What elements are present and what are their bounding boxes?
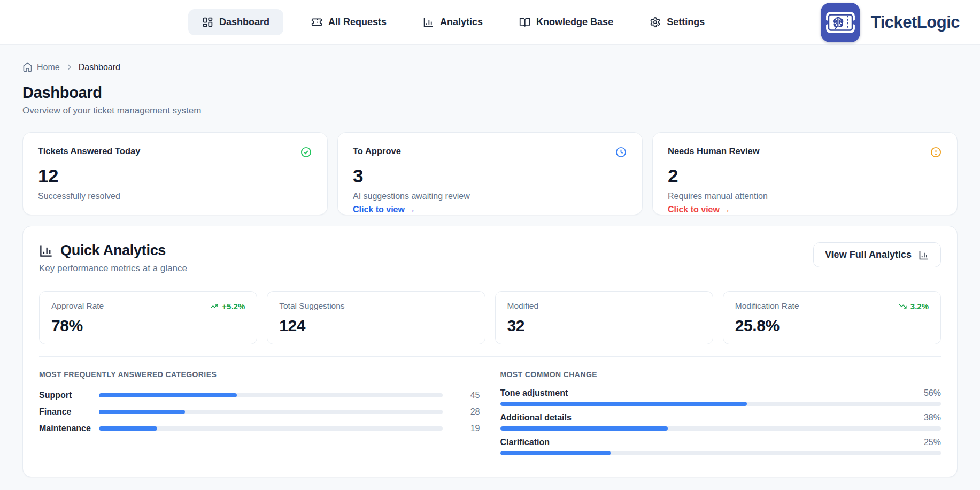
stat-card-view-link[interactable]: Click to view → (668, 205, 942, 215)
trending-down-icon (898, 302, 907, 311)
quick-analytics-panel: Quick Analytics Key performance metrics … (22, 226, 958, 477)
metric-trend-value: 3.2% (910, 302, 929, 311)
chevron-right-icon (65, 63, 73, 71)
category-value: 45 (459, 391, 480, 400)
metric-card-modified: Modified 32 (495, 291, 713, 344)
category-value: 28 (459, 407, 480, 417)
nav-tab-label: Knowledge Base (536, 17, 613, 28)
categories-chart: MOST FREQUENTLY ANSWERED CATEGORIES Supp… (39, 370, 480, 455)
trending-up-icon (210, 302, 219, 311)
metric-label: Total Suggestions (279, 301, 344, 311)
bar-chart-icon (919, 250, 929, 261)
breadcrumb-home-link[interactable]: Home (22, 62, 60, 72)
alert-circle-icon (930, 146, 942, 158)
page-title: Dashboard (22, 84, 958, 102)
bar-fill (99, 393, 237, 397)
top-header: Dashboard All Requests Analytics Knowled… (0, 0, 980, 45)
metric-value: 32 (507, 317, 701, 335)
change-bar-group: Additional details 38% (500, 413, 942, 431)
brand-tile (821, 3, 860, 42)
check-circle-icon (300, 146, 312, 158)
metric-value: 78% (51, 317, 245, 335)
metric-label: Modified (507, 301, 539, 311)
change-value: 25% (924, 438, 941, 447)
bar-chart-icon (423, 17, 434, 28)
ticket-brain-icon (825, 11, 855, 34)
stat-card-view-link[interactable]: Click to view → (353, 205, 627, 215)
brand-logo[interactable]: TicketLogic (821, 3, 960, 42)
change-value: 38% (924, 413, 941, 423)
panel-subtitle: Key performance metrics at a glance (39, 263, 187, 274)
nav-tab-label: Settings (667, 17, 705, 28)
main-nav: Dashboard All Requests Analytics Knowled… (188, 9, 713, 35)
category-label: Finance (39, 407, 99, 417)
view-full-analytics-button[interactable]: View Full Analytics (813, 242, 941, 267)
metric-value: 124 (279, 317, 473, 335)
stat-card-value: 12 (38, 165, 312, 187)
stat-card-needs-human-review[interactable]: Needs Human Review 2 Requires manual att… (652, 132, 958, 215)
stat-card-title: To Approve (353, 146, 401, 156)
stat-card-value: 3 (353, 165, 627, 187)
change-label: Clarification (500, 438, 550, 447)
bar-track (500, 426, 942, 431)
bar-track (99, 393, 443, 397)
page-subtitle: Overview of your ticket management syste… (22, 105, 958, 116)
category-bar-row: Finance 28 (39, 407, 480, 417)
layout-grid-icon (202, 17, 213, 28)
change-value: 56% (924, 388, 941, 398)
breadcrumb-home-label: Home (37, 63, 60, 72)
stat-card-title: Tickets Answered Today (38, 146, 140, 156)
bar-fill (500, 451, 611, 455)
ticket-icon (311, 17, 322, 28)
common-change-chart-title: MOST COMMON CHANGE (500, 370, 942, 379)
nav-tab-knowledge-base[interactable]: Knowledge Base (511, 9, 622, 35)
nav-tab-dashboard[interactable]: Dashboard (188, 9, 283, 35)
panel-divider (39, 356, 941, 357)
bar-fill (500, 426, 668, 431)
stat-card-subtext: AI suggestions awaiting review (353, 192, 627, 201)
category-label: Support (39, 391, 99, 400)
nav-tab-settings[interactable]: Settings (641, 9, 713, 35)
category-bar-row: Maintenance 19 (39, 424, 480, 433)
main-content: Home Dashboard Dashboard Overview of you… (0, 45, 980, 477)
bar-track (500, 402, 942, 406)
stat-cards-row: Tickets Answered Today 12 Successfully r… (22, 132, 958, 215)
metric-trend: +5.2% (210, 302, 245, 311)
nav-tab-label: Dashboard (219, 17, 269, 28)
stat-card-to-approve[interactable]: To Approve 3 AI suggestions awaiting rev… (337, 132, 643, 215)
stat-card-tickets-answered: Tickets Answered Today 12 Successfully r… (22, 132, 328, 215)
common-change-chart: MOST COMMON CHANGE Tone adjustment 56% (500, 370, 942, 455)
clock-icon (615, 146, 627, 158)
category-bar-row: Support 45 (39, 391, 480, 400)
metric-value: 25.8% (735, 317, 929, 335)
metrics-row: Approval Rate +5.2% 78% Total Suggestion… (39, 291, 941, 344)
metric-card-total-suggestions: Total Suggestions 124 (267, 291, 485, 344)
metric-trend: 3.2% (898, 302, 929, 311)
metric-card-approval-rate: Approval Rate +5.2% 78% (39, 291, 257, 344)
nav-tab-analytics[interactable]: Analytics (414, 9, 491, 35)
bar-track (500, 451, 942, 455)
stat-card-title: Needs Human Review (668, 146, 759, 156)
nav-tab-label: Analytics (440, 17, 483, 28)
book-open-icon (519, 17, 530, 28)
categories-chart-title: MOST FREQUENTLY ANSWERED CATEGORIES (39, 370, 480, 379)
change-label: Additional details (500, 413, 572, 423)
nav-tab-all-requests[interactable]: All Requests (303, 9, 395, 35)
metric-card-modification-rate: Modification Rate 3.2% 25.8% (723, 291, 941, 344)
view-full-analytics-label: View Full Analytics (825, 249, 912, 261)
metric-trend-value: +5.2% (222, 302, 245, 311)
home-icon (22, 62, 33, 72)
bar-fill (99, 410, 185, 414)
bar-fill (500, 402, 747, 406)
metric-label: Approval Rate (51, 301, 104, 311)
change-bar-group: Tone adjustment 56% (500, 388, 942, 406)
breadcrumb-current: Dashboard (79, 63, 120, 72)
change-label: Tone adjustment (500, 388, 568, 398)
breadcrumb: Home Dashboard (22, 62, 958, 72)
bar-track (99, 410, 443, 414)
bar-chart-icon (39, 243, 53, 258)
bar-fill (99, 426, 157, 431)
stat-card-value: 2 (668, 165, 942, 187)
stat-card-subtext: Successfully resolved (38, 192, 312, 201)
category-label: Maintenance (39, 424, 99, 433)
